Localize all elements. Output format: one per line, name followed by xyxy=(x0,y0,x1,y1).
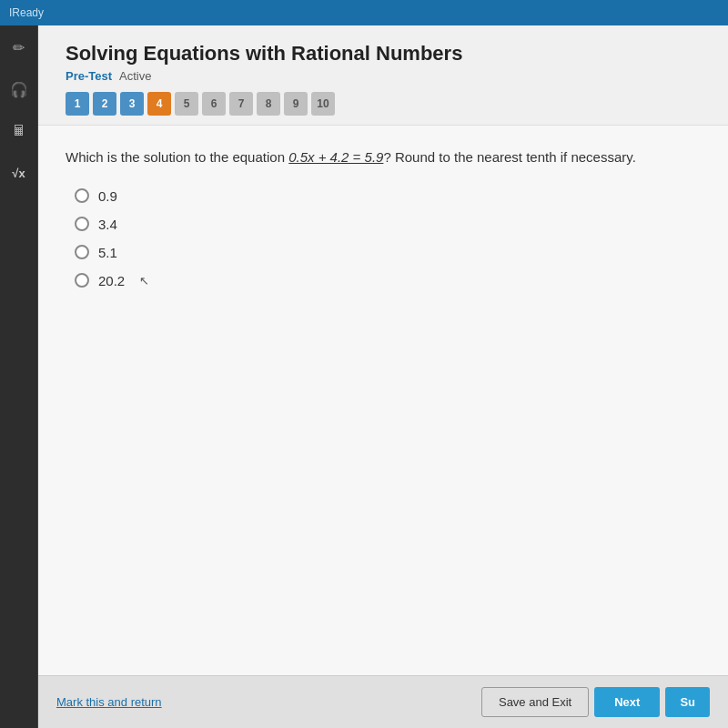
nav-btn-10[interactable]: 10 xyxy=(311,92,335,116)
pencil-icon[interactable]: ✏ xyxy=(6,35,32,60)
pretest-label: Pre-Test xyxy=(66,69,112,83)
quiz-title: Solving Equations with Rational Numbers xyxy=(66,42,701,66)
content-area: Solving Equations with Rational Numbers … xyxy=(38,25,728,728)
active-label: Active xyxy=(119,69,151,83)
nav-btn-8[interactable]: 8 xyxy=(257,92,280,116)
calculator-icon[interactable]: 🖩 xyxy=(6,118,32,144)
answer-label-2: 3.4 xyxy=(98,217,117,232)
save-exit-button[interactable]: Save and Exit xyxy=(481,687,589,717)
nav-btn-6[interactable]: 6 xyxy=(202,92,226,116)
radio-4[interactable] xyxy=(75,273,89,288)
headphones-icon[interactable]: 🎧 xyxy=(6,76,32,102)
nav-btn-4[interactable]: 4 xyxy=(147,92,171,116)
answer-option-3[interactable]: 5.1 xyxy=(75,245,701,260)
main-container: ✏ 🎧 🖩 √x Solving Equations with Rational… xyxy=(0,25,728,728)
answer-option-4[interactable]: 20.2 ↖ xyxy=(75,273,701,288)
sqrt-icon[interactable]: √x xyxy=(6,160,32,186)
nav-btn-7[interactable]: 7 xyxy=(229,92,253,116)
bottom-bar: Mark this and return Save and Exit Next … xyxy=(38,675,728,728)
radio-2[interactable] xyxy=(75,217,89,231)
nav-btn-1[interactable]: 1 xyxy=(66,92,89,116)
top-bar: IReady xyxy=(0,0,728,25)
answer-label-3: 5.1 xyxy=(98,245,117,260)
sidebar: ✏ 🎧 🖩 √x xyxy=(0,25,38,728)
answer-label-1: 0.9 xyxy=(98,188,117,204)
question-text-before: Which is the solution to the equation xyxy=(66,149,288,165)
radio-3[interactable] xyxy=(75,245,89,259)
equation-text: 0.5x + 4.2 = 5.9 xyxy=(288,149,383,165)
cursor-indicator: ↖ xyxy=(139,274,149,288)
quiz-subtitle: Pre-Test Active xyxy=(66,69,701,83)
nav-btn-2[interactable]: 2 xyxy=(93,92,116,116)
submit-button[interactable]: Su xyxy=(665,687,710,717)
answer-options: 0.9 3.4 5.1 20.2 ↖ xyxy=(66,188,701,288)
radio-1[interactable] xyxy=(75,188,89,203)
question-text-after: ? Round to the nearest tenth if necessar… xyxy=(383,149,635,165)
next-button[interactable]: Next xyxy=(594,687,660,717)
answer-option-2[interactable]: 3.4 xyxy=(75,217,701,232)
quiz-header: Solving Equations with Rational Numbers … xyxy=(38,25,728,126)
nav-btn-5[interactable]: 5 xyxy=(175,92,198,116)
bottom-buttons: Save and Exit Next Su xyxy=(481,687,710,717)
top-bar-text: IReady xyxy=(9,6,44,19)
mark-return-link[interactable]: Mark this and return xyxy=(56,695,162,709)
question-nav: 1 2 3 4 5 6 7 8 9 10 xyxy=(66,92,701,116)
answer-option-1[interactable]: 0.9 xyxy=(75,188,701,204)
answer-label-4: 20.2 xyxy=(98,273,125,288)
question-area: Which is the solution to the equation 0.… xyxy=(38,126,728,675)
question-text: Which is the solution to the equation 0.… xyxy=(66,147,701,168)
nav-btn-3[interactable]: 3 xyxy=(120,92,144,116)
nav-btn-9[interactable]: 9 xyxy=(284,92,308,116)
